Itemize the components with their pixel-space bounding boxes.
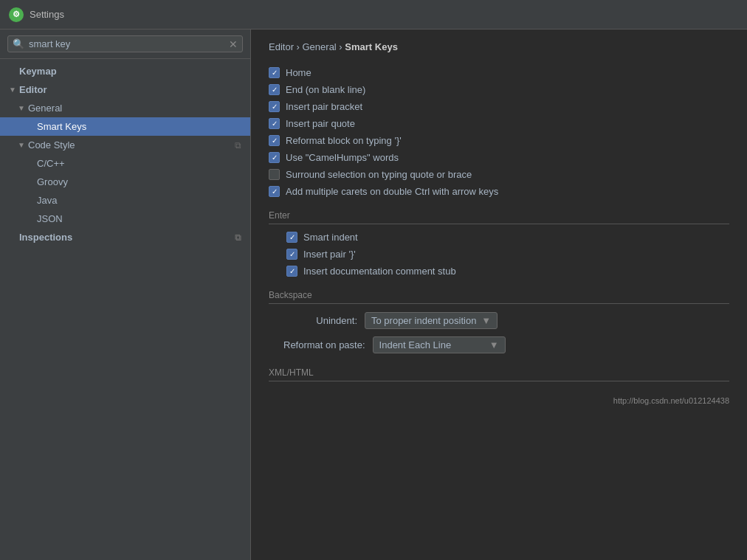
checkbox-surround-selection-label: Surround selection on typing quote or br… [286, 169, 472, 180]
arrow-icon: ▼ [18, 141, 25, 149]
sidebar-item-inspections[interactable]: Inspections ⧉ [0, 228, 250, 246]
sidebar-item-code-style[interactable]: ▼ Code Style ⧉ [0, 136, 250, 154]
backspace-fields: Unindent: To proper indent position ▼ Re… [269, 308, 729, 357]
checkbox-insert-pair-brace-label: Insert pair '}' [303, 249, 356, 260]
sidebar-item-smart-keys[interactable]: Smart Keys [0, 117, 250, 136]
search-box: 🔍 ✕ [0, 30, 250, 59]
sidebar-item-label: JSON [37, 213, 63, 224]
checkbox-end-blank-input[interactable]: ✓ [269, 84, 280, 95]
checkbox-smart-indent-input[interactable]: ✓ [286, 232, 297, 243]
checkbox-insert-pair-quote-label: Insert pair quote [286, 118, 355, 129]
checkbox-surround-selection: Surround selection on typing quote or br… [269, 166, 729, 183]
checkbox-insert-pair-brace-input[interactable]: ✓ [286, 249, 297, 260]
breadcrumb-current: Smart Keys [345, 41, 398, 52]
sidebar-item-label: Smart Keys [37, 121, 86, 132]
checkbox-doc-comment-input[interactable]: ✓ [286, 266, 297, 277]
checkbox-multiple-carets: ✓ Add multiple carets on double Ctrl wit… [269, 183, 729, 200]
checkbox-camel-humps-input[interactable]: ✓ [269, 152, 280, 163]
footer-note: http://blog.csdn.net/u012124438 [269, 396, 729, 405]
main-layout: 🔍 ✕ Keymap ▼ Editor ▼ General [0, 30, 747, 560]
checkbox-insert-pair-bracket-input[interactable]: ✓ [269, 101, 280, 112]
checkbox-end-blank-label: End (on blank line) [286, 84, 365, 95]
enter-checkboxes: ✓ Smart indent ✓ Insert pair '}' ✓ Inser… [269, 229, 729, 280]
checkbox-insert-pair-bracket: ✓ Insert pair bracket [269, 98, 729, 115]
copy-icon: ⧉ [235, 232, 241, 243]
app-icon: ⚙ [9, 7, 24, 22]
breadcrumb-prefix: Editor › General › [269, 41, 345, 52]
search-input[interactable] [29, 38, 224, 49]
sidebar-item-json[interactable]: JSON [0, 210, 250, 228]
checkbox-end-blank: ✓ End (on blank line) [269, 81, 729, 98]
search-input-wrapper[interactable]: 🔍 ✕ [7, 35, 243, 52]
checkbox-camel-humps-label: Use "CamelHumps" words [286, 152, 399, 163]
sidebar-item-label: Groovy [37, 176, 68, 187]
sidebar-item-java[interactable]: Java [0, 191, 250, 210]
sidebar-item-label: C/C++ [37, 158, 65, 169]
checkbox-insert-pair-quote-input[interactable]: ✓ [269, 118, 280, 129]
checkbox-reformat-block-label: Reformat block on typing '}' [286, 135, 402, 146]
arrow-icon: ▼ [18, 104, 25, 112]
checkbox-insert-pair-bracket-label: Insert pair bracket [286, 101, 362, 112]
sidebar-tree: Keymap ▼ Editor ▼ General Smart Keys ▼ C… [0, 59, 250, 560]
sidebar-item-keymap[interactable]: Keymap [0, 62, 250, 80]
title-bar: ⚙ Settings [0, 0, 747, 30]
unindent-row: Unindent: To proper indent position ▼ [269, 308, 729, 333]
checkbox-camel-humps: ✓ Use "CamelHumps" words [269, 149, 729, 166]
search-icon: 🔍 [13, 38, 24, 49]
reformat-paste-label: Reformat on paste: [283, 339, 365, 350]
sidebar-item-editor[interactable]: ▼ Editor [0, 80, 250, 99]
sidebar-item-cpp[interactable]: C/C++ [0, 154, 250, 173]
sidebar-item-label: Editor [19, 84, 47, 95]
window-title: Settings [30, 9, 64, 20]
checkbox-home-input[interactable]: ✓ [269, 67, 280, 78]
checkbox-insert-pair-brace: ✓ Insert pair '}' [269, 246, 729, 263]
sidebar-item-label: Code Style [28, 139, 75, 151]
checkbox-reformat-block-input[interactable]: ✓ [269, 135, 280, 146]
checkbox-doc-comment: ✓ Insert documentation comment stub [269, 263, 729, 280]
reformat-paste-dropdown[interactable]: Indent Each Line ▼ [373, 336, 506, 353]
sidebar-item-label: General [28, 103, 62, 114]
checkbox-multiple-carets-input[interactable]: ✓ [269, 186, 280, 197]
checkbox-surround-selection-input[interactable] [269, 169, 280, 180]
checkbox-smart-indent-label: Smart indent [303, 232, 358, 243]
breadcrumb: Editor › General › Smart Keys [269, 41, 729, 52]
reformat-paste-row: Reformat on paste: Indent Each Line ▼ [269, 333, 729, 357]
reformat-paste-value: Indent Each Line [379, 339, 452, 350]
content-panel: Editor › General › Smart Keys ✓ Home ✓ E… [251, 30, 747, 560]
unindent-label: Unindent: [283, 315, 357, 326]
checkbox-reformat-block: ✓ Reformat block on typing '}' [269, 132, 729, 149]
chevron-down-icon: ▼ [489, 339, 499, 350]
checkbox-multiple-carets-label: Add multiple carets on double Ctrl with … [286, 186, 498, 197]
copy-icon: ⧉ [235, 140, 241, 151]
main-checkboxes: ✓ Home ✓ End (on blank line) ✓ Insert pa… [269, 64, 729, 200]
enter-section-label: Enter [269, 210, 729, 224]
sidebar-item-groovy[interactable]: Groovy [0, 173, 250, 191]
sidebar-item-general[interactable]: ▼ General [0, 99, 250, 117]
unindent-dropdown[interactable]: To proper indent position ▼ [365, 312, 498, 329]
chevron-down-icon: ▼ [481, 315, 491, 326]
checkbox-smart-indent: ✓ Smart indent [269, 229, 729, 246]
checkbox-home: ✓ Home [269, 64, 729, 81]
checkbox-home-label: Home [286, 67, 311, 78]
sidebar-item-label: Inspections [19, 232, 72, 243]
search-clear-button[interactable]: ✕ [229, 39, 238, 49]
sidebar-item-label: Keymap [19, 66, 57, 77]
backspace-section-label: Backspace [269, 290, 729, 304]
sidebar: 🔍 ✕ Keymap ▼ Editor ▼ General [0, 30, 251, 560]
arrow-icon: ▼ [9, 86, 16, 94]
checkbox-doc-comment-label: Insert documentation comment stub [303, 266, 456, 277]
sidebar-item-label: Java [37, 195, 57, 206]
xmlhtml-section-label: XML/HTML [269, 367, 729, 381]
unindent-value: To proper indent position [371, 315, 476, 326]
checkbox-insert-pair-quote: ✓ Insert pair quote [269, 115, 729, 132]
